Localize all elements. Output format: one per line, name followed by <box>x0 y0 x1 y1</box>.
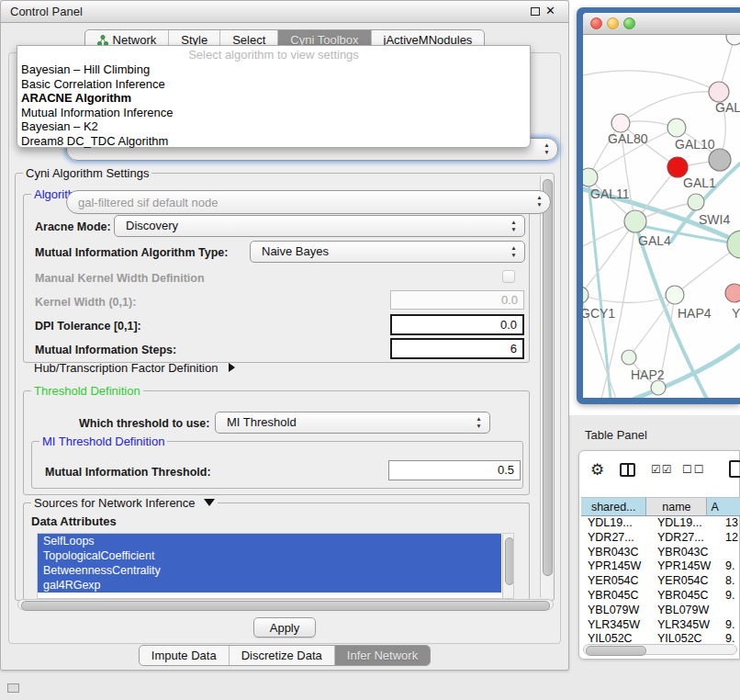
zoom-traffic-light-icon[interactable] <box>623 17 635 29</box>
attribute-item[interactable]: SelfLoops <box>38 534 501 548</box>
network-edge[interactable] <box>583 71 719 92</box>
table-row[interactable]: YDR27...YDR27...12 <box>581 531 739 546</box>
table-row[interactable]: YBL079WYBL079W <box>581 604 739 618</box>
table-cell: YBR045C <box>654 589 721 604</box>
table-cell: YPR145W <box>654 559 721 574</box>
table-row[interactable]: YER054CYER054C8. <box>581 574 739 589</box>
network-node-gal1[interactable] <box>667 157 688 177</box>
network-node-gal10[interactable] <box>667 119 686 137</box>
algorithm-option[interactable]: Bayesian – Hill Climbing <box>17 62 530 77</box>
network-window-body: GAL2GAL80GAL10GAL1GAL11SWI4GAL4GCY1HAP4Y… <box>583 13 740 398</box>
scrollbar-thumb[interactable] <box>21 601 550 611</box>
attribute-item[interactable]: gal4RGexp <box>38 578 501 593</box>
deselect-all-icon[interactable]: ☐☐ <box>682 463 706 476</box>
scrollbar-thumb[interactable] <box>543 179 553 576</box>
network-node-gal4[interactable] <box>624 210 646 232</box>
network-node[interactable] <box>727 231 740 258</box>
node-table-body: YDL19...YDL19...13YDR27...YDR27...12YBR0… <box>581 516 739 644</box>
table-horizontal-scrollbar[interactable] <box>583 644 737 655</box>
table-row[interactable]: YIL052CYIL052C9. <box>581 632 739 644</box>
network-edge[interactable] <box>629 295 675 357</box>
network-node-gal2[interactable] <box>709 82 729 102</box>
split-columns-icon[interactable] <box>620 463 635 477</box>
which-threshold-combobox[interactable]: MI Threshold ▲▼ <box>215 412 490 434</box>
table-panel-title: Table Panel <box>585 428 647 442</box>
scrollbar-thumb[interactable] <box>505 537 514 585</box>
float-window-icon[interactable] <box>531 7 540 16</box>
aracne-mode-combobox[interactable]: Discovery ▲▼ <box>114 215 525 237</box>
sources-group: Sources for Network Inference Data Attri… <box>23 502 530 600</box>
gear-icon[interactable]: ⚙ <box>590 460 604 480</box>
node-label: GAL11 <box>590 186 630 201</box>
tab-impute-data[interactable]: Impute Data <box>140 646 229 665</box>
network-node-hap4[interactable] <box>666 286 684 304</box>
table-panel-window: ⚙ ☑☑ ☐☐ shared...nameA YDL19...YDL19...1… <box>578 450 740 660</box>
column-header[interactable]: name <box>646 497 707 516</box>
settings-group-title: Cyni Algorithm Settings <box>23 166 151 180</box>
network-node-gal11[interactable] <box>583 168 598 186</box>
table-cell: YBR043C <box>581 546 654 560</box>
mi-threshold-group-title: MI Threshold Definition <box>39 435 167 448</box>
export-table-icon[interactable] <box>729 460 740 478</box>
algorithm-option[interactable]: ARACNE Algorithm <box>17 91 530 106</box>
network-node-y[interactable] <box>725 284 740 302</box>
scrollbar-thumb[interactable] <box>586 646 646 656</box>
network-edge[interactable] <box>589 179 611 398</box>
table-cell: 9. <box>721 632 739 644</box>
network-canvas-svg: GAL2GAL80GAL10GAL1GAL11SWI4GAL4GCY1HAP4Y… <box>583 35 740 398</box>
cyni-algorithm-settings-group: Cyni Algorithm Settings Algorithm Defini… <box>15 173 555 601</box>
network-node-gal80[interactable] <box>611 114 630 132</box>
settings-horizontal-scrollbar[interactable] <box>17 599 554 610</box>
algorithm-option[interactable]: Basic Correlation Inference <box>17 77 530 92</box>
manual-kernel-checkbox[interactable] <box>502 270 515 283</box>
network-edge[interactable] <box>583 221 635 295</box>
table-cell: 9. <box>721 589 739 604</box>
table-source-combobox[interactable]: gal-filtered sif default node ▲▼ <box>66 190 551 214</box>
network-edge[interactable] <box>621 92 719 123</box>
table-cell: YDL19... <box>581 516 654 531</box>
network-node-hap2[interactable] <box>622 350 636 365</box>
mi-steps-field[interactable]: 6 <box>390 338 524 359</box>
close-icon[interactable]: ✕ <box>545 4 555 17</box>
collapsed-panel-icon[interactable] <box>7 683 19 693</box>
tab-discretize-data[interactable]: Discretize Data <box>229 646 334 665</box>
stepper-arrows-icon: ▲▼ <box>510 244 518 259</box>
select-all-icon[interactable]: ☑☑ <box>651 463 673 476</box>
table-row[interactable]: YPR145WYPR145W9. <box>581 559 739 574</box>
column-header[interactable]: A <box>707 497 740 516</box>
network-view-window[interactable]: GAL2GAL80GAL10GAL1GAL11SWI4GAL4GCY1HAP4Y… <box>577 7 740 404</box>
tab-infer-network[interactable]: Infer Network <box>334 646 430 665</box>
threshold-definition-group: Threshold Definition Which threshold to … <box>23 390 530 495</box>
network-canvas[interactable]: GAL2GAL80GAL10GAL1GAL11SWI4GAL4GCY1HAP4Y… <box>583 35 740 398</box>
apply-button[interactable]: Apply <box>253 617 316 638</box>
kernel-width-field[interactable]: 0.0 <box>390 290 524 310</box>
table-row[interactable]: YDL19...YDL19...13 <box>581 516 739 531</box>
mi-type-combobox[interactable]: Naive Bayes ▲▼ <box>250 241 525 263</box>
table-row[interactable]: YBR045CYBR045C9. <box>581 589 739 604</box>
algorithm-option[interactable]: Dream8 DC_TDC Algorithm <box>17 134 530 149</box>
network-node[interactable] <box>651 380 666 395</box>
stepper-arrows-icon: ▲▼ <box>535 194 544 209</box>
table-row[interactable]: YLR345WYLR345W9. <box>581 618 739 633</box>
attributes-list-scrollbar[interactable] <box>502 534 513 599</box>
network-node-gcy1[interactable] <box>583 287 589 303</box>
expander-arrow-down-icon <box>204 499 215 506</box>
attribute-item[interactable]: TopologicalCoefficient <box>38 548 501 563</box>
mi-threshold-field[interactable]: 0.5 <box>388 460 521 480</box>
table-cell: 9. <box>721 559 739 574</box>
settings-vertical-scrollbar[interactable] <box>540 175 552 598</box>
hub-definition-expander[interactable]: Hub/Transcription Factor Definition <box>34 361 235 375</box>
attribute-item[interactable]: BetweennessCentrality <box>38 563 501 578</box>
column-header[interactable]: shared... <box>581 497 646 516</box>
minimize-traffic-light-icon[interactable] <box>607 17 619 29</box>
close-traffic-light-icon[interactable] <box>590 17 602 29</box>
network-node[interactable] <box>709 149 731 171</box>
data-attributes-list[interactable]: SelfLoopsTopologicalCoefficientBetweenne… <box>37 533 514 599</box>
algorithm-option[interactable]: Bayesian – K2 <box>17 119 530 134</box>
network-node[interactable] <box>726 35 740 45</box>
table-row[interactable]: YBR043CYBR043C <box>581 546 739 560</box>
table-source-value: gal-filtered sif default node <box>78 196 218 209</box>
algorithm-option[interactable]: Mutual Information Inference <box>17 106 530 120</box>
dpi-tolerance-field[interactable]: 0.0 <box>390 314 524 335</box>
network-node-swi4[interactable] <box>688 194 704 210</box>
